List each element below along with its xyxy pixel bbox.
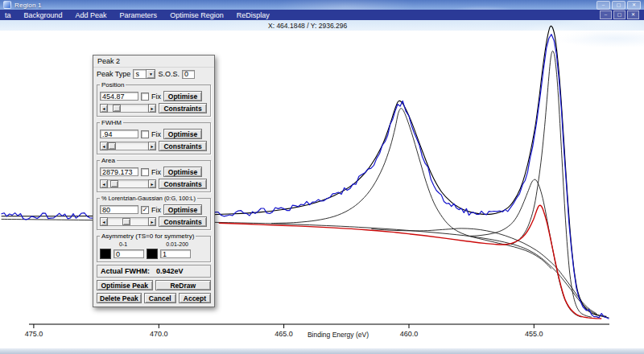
lorentzian-gaussian-fix-label: Fix bbox=[151, 206, 161, 214]
asymmetry-input-1[interactable]: 0 bbox=[114, 249, 144, 258]
position-input[interactable]: 454.87 bbox=[100, 92, 138, 101]
asymmetry-range-1-label: 0-1 bbox=[119, 241, 127, 247]
area-legend: Area bbox=[100, 157, 117, 164]
x-tick-label: 460.0 bbox=[400, 330, 419, 338]
area-group: Area 2879.173 Fix Optimise ◄ ► Constrain… bbox=[97, 157, 211, 192]
series-component-broad bbox=[371, 228, 597, 314]
x-tick-label: 475.0 bbox=[25, 330, 43, 338]
window-icon bbox=[3, 1, 11, 9]
peak-type-label: Peak Type bbox=[97, 70, 130, 78]
child-close-button[interactable]: ✕ bbox=[627, 10, 639, 19]
accept-button[interactable]: Accept bbox=[179, 293, 211, 303]
x-tick-label: 465.0 bbox=[275, 330, 293, 338]
peak-dialog: Peak 2 Peak Type s ▼ S.O.S. 0 Position 4… bbox=[93, 55, 215, 307]
title-bar[interactable]: Region 1 – ▢ ✕ bbox=[0, 0, 644, 10]
position-slider-track[interactable] bbox=[108, 104, 148, 113]
fwhm-legend: FWHM bbox=[100, 119, 123, 126]
arrow-right-icon[interactable]: ► bbox=[148, 142, 156, 150]
peak-type-row: Peak Type s ▼ S.O.S. 0 bbox=[97, 69, 211, 79]
asymmetry-range-2-label: 0.01-200 bbox=[166, 241, 188, 247]
position-fix-label: Fix bbox=[151, 93, 161, 101]
redraw-button[interactable]: ReDraw bbox=[155, 280, 212, 290]
fwhm-input[interactable]: .94 bbox=[100, 130, 138, 138]
area-slider-track[interactable] bbox=[108, 179, 148, 188]
area-slider-thumb[interactable] bbox=[110, 180, 118, 187]
delete-peak-button[interactable]: Delete Peak bbox=[97, 293, 142, 303]
menu-item-background[interactable]: Background bbox=[24, 11, 63, 19]
child-window-controls: – ▢ ✕ bbox=[600, 10, 639, 19]
lorentzian-gaussian-group: % Lorentzian-Gaussian (0:G, 100:L) 80 ✓ … bbox=[97, 195, 211, 230]
position-legend: Position bbox=[100, 81, 126, 88]
x-axis-title: Binding Energy (eV) bbox=[308, 331, 369, 339]
menu-item-parameters[interactable]: Parameters bbox=[120, 11, 158, 19]
application-window: Region 1 – ▢ ✕ taBackgroundAdd PeakParam… bbox=[0, 0, 644, 354]
position-slider-thumb[interactable] bbox=[113, 105, 121, 112]
arrow-right-icon[interactable]: ► bbox=[148, 217, 156, 226]
lorentzian-gaussian-constraints-button[interactable]: Constraints bbox=[159, 216, 207, 227]
asymmetry-legend: Asymmetry (TS=0 for symmetry) bbox=[100, 233, 196, 240]
lorentzian-gaussian-slider-thumb[interactable] bbox=[122, 218, 130, 225]
actual-fwhm-box: Actual FWHM: 0.942eV bbox=[97, 265, 211, 278]
position-constraints-button[interactable]: Constraints bbox=[159, 103, 207, 113]
minimize-button[interactable]: – bbox=[597, 1, 610, 10]
fwhm-fix-checkbox[interactable] bbox=[141, 130, 149, 138]
dialog-body: Peak Type s ▼ S.O.S. 0 Position 454.87 F… bbox=[93, 68, 214, 307]
dialog-title[interactable]: Peak 2 bbox=[93, 56, 214, 68]
window-controls: – ▢ ✕ bbox=[597, 1, 641, 10]
arrow-left-icon[interactable]: ◄ bbox=[100, 217, 108, 226]
peak-type-select[interactable]: s ▼ bbox=[133, 69, 155, 79]
child-restore-button[interactable]: ▢ bbox=[613, 10, 625, 19]
window-bottom-edge bbox=[0, 348, 644, 354]
position-optimise-button[interactable]: Optimise bbox=[163, 91, 202, 101]
menu-item-ta[interactable]: ta bbox=[5, 11, 11, 19]
fwhm-fix-label: Fix bbox=[151, 130, 161, 138]
arrow-left-icon[interactable]: ◄ bbox=[100, 179, 108, 188]
peak-type-value: s bbox=[133, 69, 146, 79]
asymmetry-input-2[interactable]: 1 bbox=[160, 249, 191, 258]
lorentzian-gaussian-slider[interactable]: ◄ ► bbox=[100, 217, 156, 226]
area-fix-label: Fix bbox=[151, 168, 161, 176]
area-input[interactable]: 2879.173 bbox=[100, 167, 138, 176]
x-tick-label: 470.0 bbox=[150, 330, 168, 338]
window-title: Region 1 bbox=[14, 2, 42, 9]
fwhm-slider-track[interactable] bbox=[108, 142, 148, 150]
lorentzian-gaussian-input[interactable]: 80 bbox=[100, 205, 138, 214]
arrow-left-icon[interactable]: ◄ bbox=[100, 142, 108, 150]
area-fix-checkbox[interactable] bbox=[141, 168, 149, 176]
chevron-down-icon[interactable]: ▼ bbox=[146, 69, 155, 79]
maximize-button[interactable]: ▢ bbox=[612, 1, 625, 10]
child-minimize-button[interactable]: – bbox=[600, 10, 612, 19]
arrow-left-icon[interactable]: ◄ bbox=[100, 104, 108, 113]
x-tick-label: 455.0 bbox=[525, 330, 543, 338]
asymmetry-swatch-1[interactable] bbox=[100, 249, 111, 259]
optimise-peak-button[interactable]: Optimise Peak bbox=[97, 280, 153, 290]
area-slider[interactable]: ◄ ► bbox=[100, 179, 156, 188]
menu-bar: taBackgroundAdd PeakParametersOptimise R… bbox=[0, 10, 644, 20]
asymmetry-swatch-2[interactable] bbox=[147, 249, 158, 259]
menu-item-add-peak[interactable]: Add Peak bbox=[76, 11, 107, 19]
lorentzian-gaussian-optimise-button[interactable]: Optimise bbox=[163, 204, 202, 215]
arrow-right-icon[interactable]: ► bbox=[148, 104, 156, 113]
menu-item-redisplay[interactable]: ReDisplay bbox=[237, 11, 270, 19]
fwhm-slider[interactable]: ◄ ► bbox=[100, 142, 156, 150]
lorentzian-gaussian-legend: % Lorentzian-Gaussian (0:G, 100:L) bbox=[100, 195, 197, 202]
fwhm-optimise-button[interactable]: Optimise bbox=[163, 129, 202, 139]
menu-item-optimise-region[interactable]: Optimise Region bbox=[170, 11, 224, 19]
position-fix-checkbox[interactable] bbox=[141, 93, 149, 101]
actual-fwhm-value: 0.942eV bbox=[156, 267, 184, 275]
asymmetry-group: Asymmetry (TS=0 for symmetry) 0-1 0.01-2… bbox=[97, 233, 211, 262]
arrow-right-icon[interactable]: ► bbox=[148, 179, 156, 188]
fwhm-constraints-button[interactable]: Constraints bbox=[159, 141, 207, 151]
area-optimise-button[interactable]: Optimise bbox=[163, 167, 202, 177]
fwhm-group: FWHM .94 Fix Optimise ◄ ► Constraints bbox=[97, 119, 211, 154]
position-group: Position 454.87 Fix Optimise ◄ ► Constra… bbox=[97, 81, 211, 117]
cancel-button[interactable]: Cancel bbox=[144, 293, 176, 303]
position-slider[interactable]: ◄ ► bbox=[100, 104, 156, 113]
fwhm-slider-thumb[interactable] bbox=[108, 142, 116, 150]
lorentzian-gaussian-fix-checkbox[interactable]: ✓ bbox=[141, 206, 149, 214]
lorentzian-gaussian-slider-track[interactable] bbox=[108, 217, 148, 226]
sos-label: S.O.S. bbox=[158, 70, 180, 78]
sos-input[interactable]: 0 bbox=[182, 70, 195, 79]
area-constraints-button[interactable]: Constraints bbox=[159, 179, 207, 189]
close-button[interactable]: ✕ bbox=[627, 1, 641, 10]
